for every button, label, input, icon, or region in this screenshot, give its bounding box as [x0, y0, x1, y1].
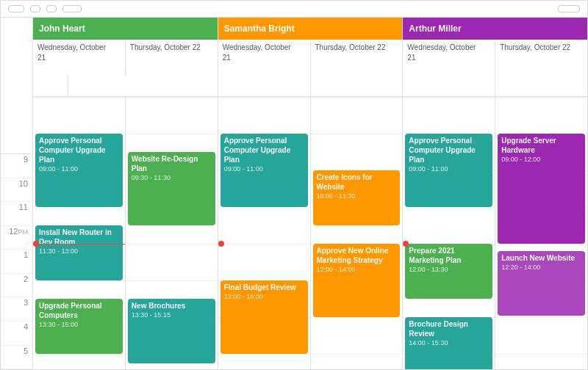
day-col: Approve Personal Computer Upgrade Plan09… [403, 97, 495, 369]
days-row: Approve Personal Computer Upgrade Plan09… [218, 97, 403, 369]
time-label: 11 [1, 203, 32, 211]
current-time-dot [33, 241, 39, 247]
calendar-grid: 9101112PM12345 John HeartWednesday, Octo… [1, 18, 587, 369]
resources-area: John HeartWednesday, October21Thursday, … [33, 18, 587, 369]
day-header: Thursday, October 22 [495, 40, 587, 75]
allday-event[interactable]: Book Flights to San Fran for Sales Trip [71, 80, 215, 91]
timed-event[interactable]: Upgrade Server Hardware09:00 - 12:00 [498, 134, 585, 244]
time-label: 2 [1, 275, 32, 283]
allday-cell: Customer Workshop [403, 75, 495, 96]
time-slot: 3 [1, 297, 32, 322]
allday-cell: Book Flights to San Fran for Sales Trip [68, 75, 217, 96]
timed-event[interactable]: Approve Personal Computer Upgrade Plan09… [35, 134, 123, 207]
timed-event[interactable]: Website Re-Design Plan09:30 - 11:30 [128, 152, 215, 225]
resource-header: Arthur MillerWednesday, October21Thursda… [403, 18, 587, 75]
time-slot: 12PM [1, 226, 32, 250]
time-label: 3 [1, 299, 32, 307]
timed-event[interactable]: Prepare 2021 Marketing Plan12:00 - 13:30 [405, 244, 492, 299]
day-header: Thursday, October 22 [311, 40, 403, 75]
current-time-dot [403, 241, 409, 247]
day-col: Approve Personal Computer Upgrade Plan09… [33, 97, 126, 369]
day-header: Wednesday, October21 [403, 40, 495, 75]
days-row: Approve Personal Computer Upgrade Plan09… [403, 97, 587, 369]
resource-col-2: Arthur MillerWednesday, October21Thursda… [403, 18, 587, 369]
allday-event[interactable]: Install New Database [220, 80, 302, 91]
resource-header: John HeartWednesday, October21Thursday, … [33, 18, 218, 75]
resource-name: John Heart [33, 18, 218, 40]
time-slot: 9 [1, 154, 32, 178]
time-label: 1 [1, 251, 32, 259]
timed-event[interactable]: Launch New Website12:20 - 14:00 [498, 251, 585, 316]
day-header: Wednesday, October21 [33, 40, 126, 75]
date-range-selector[interactable] [62, 5, 82, 12]
current-time-dot [218, 241, 224, 247]
allday-cell [495, 75, 587, 96]
resource-col-0: John HeartWednesday, October21Thursday, … [33, 18, 218, 369]
allday-cell [33, 75, 68, 96]
time-slot: 4 [1, 322, 32, 346]
timed-event[interactable]: Approve New Online Marketing Strategy12:… [313, 244, 401, 317]
time-slot: 2 [1, 274, 32, 298]
day-header: Wednesday, October21 [218, 40, 311, 75]
allday-cell: Install New Database [218, 75, 311, 96]
timed-event[interactable]: Final Budget Review13:00 - 15:00 [220, 280, 308, 354]
day-col: Create Icons for Website10:00 - 11:30App… [311, 97, 403, 369]
timed-event[interactable]: Create Icons for Website10:00 - 11:30 [313, 170, 401, 225]
timed-event[interactable]: Brochure Design Review14:00 - 15:30 [405, 317, 492, 369]
next-button[interactable] [46, 5, 57, 12]
time-label: 12PM [1, 228, 32, 236]
time-slot: 1 [1, 250, 32, 274]
prev-button[interactable] [30, 5, 40, 12]
resource-header: Samantha BrightWednesday, October21Thurs… [218, 18, 403, 75]
today-button[interactable] [8, 5, 24, 12]
calendar-wrapper: 9101112PM12345 John HeartWednesday, Octo… [0, 0, 588, 370]
resource-name: Samantha Bright [218, 18, 403, 40]
day-header: Thursday, October 22 [126, 40, 218, 75]
allday-row: Customer Workshop [403, 75, 587, 97]
timed-event[interactable]: New Brochures13:30 - 15:15 [128, 299, 215, 363]
time-label: 9 [1, 156, 32, 164]
allday-cell [311, 75, 403, 96]
resource-col-1: Samantha BrightWednesday, October21Thurs… [218, 18, 404, 369]
resources-button[interactable] [558, 5, 580, 12]
day-col: Website Re-Design Plan09:30 - 11:30New B… [126, 97, 218, 369]
day-headers: Wednesday, October21Thursday, October 22 [218, 40, 403, 75]
time-slot: 10 [1, 178, 32, 203]
day-col: Upgrade Server Hardware09:00 - 12:00Laun… [495, 97, 587, 369]
timed-event[interactable]: Approve Personal Computer Upgrade Plan09… [405, 134, 492, 207]
day-col: Approve Personal Computer Upgrade Plan09… [218, 97, 311, 369]
days-row: Approve Personal Computer Upgrade Plan09… [33, 97, 218, 369]
resource-name: Arthur Miller [403, 18, 587, 40]
time-column: 9101112PM12345 [1, 18, 33, 369]
day-headers: Wednesday, October21Thursday, October 22 [33, 40, 218, 75]
time-slot: 5 [1, 346, 32, 370]
time-label: 4 [1, 323, 32, 331]
time-label: 5 [1, 347, 32, 355]
allday-row: Install New Database [218, 75, 403, 97]
day-headers: Wednesday, October21Thursday, October 22 [403, 40, 587, 75]
timed-event[interactable]: Upgrade Personal Computers13:30 - 15:00 [35, 299, 123, 354]
timed-event[interactable]: Install New Router in Dev Room11:30 - 13… [35, 225, 123, 280]
time-slot: 11 [1, 202, 32, 226]
current-time-line [33, 244, 125, 244]
timed-event[interactable]: Approve Personal Computer Upgrade Plan09… [220, 134, 308, 207]
allday-event[interactable]: Customer Workshop [405, 80, 486, 91]
allday-row: Book Flights to San Fran for Sales Trip [33, 75, 218, 97]
toolbar [1, 1, 587, 18]
time-label: 10 [1, 180, 32, 188]
